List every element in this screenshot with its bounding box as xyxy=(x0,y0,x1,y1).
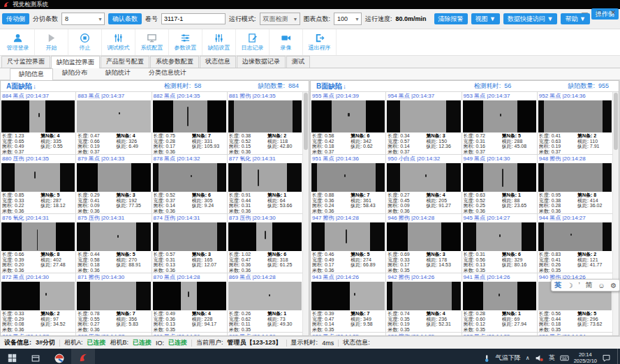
scrollbar-thumb[interactable] xyxy=(304,93,308,150)
maximize-button[interactable]: ▢ xyxy=(596,9,603,16)
defect-stats: 长度: 0.47宽度: 0.66面积: 0.19米数: 0.37第N条: 4横距… xyxy=(76,132,151,154)
clear-alarm-button[interactable]: 清除报警 xyxy=(434,13,468,24)
defect-cell[interactable]: 881 擦伤 |20:14:35长度: 0.38宽度: 0.52面积: 0.15… xyxy=(228,92,303,155)
defect-cell[interactable]: 951 黑点 |20:14:36长度: 0.88宽度: 0.36面积: 0.24… xyxy=(311,155,386,214)
parameter-settings-button[interactable]: 参数设置 xyxy=(169,29,202,55)
confirm-count-button[interactable]: 确认条数 xyxy=(108,13,142,24)
input-language-indicator[interactable]: 英 xyxy=(549,354,555,363)
defect-cell[interactable]: 875 压伤 |20:14:31长度: 0.44宽度: 0.58面积: 0.18… xyxy=(76,214,152,273)
defect-cell[interactable]: 874 压伤 |20:14:31长度: 0.57宽度: 0.31面积: 0.13… xyxy=(152,214,228,273)
panel-a-scrollbar[interactable] xyxy=(302,92,309,335)
defect-cell[interactable]: 939 黑点 |20:14:25长度: 0.48宽度: 0.37面积: 0.13… xyxy=(311,333,386,335)
tab-system-param-config[interactable]: 系统参数配置 xyxy=(150,56,199,68)
subtab-class-info-statistics[interactable]: 分类信息统计 xyxy=(140,67,195,79)
ime-punctuation-toggle[interactable]: ’ xyxy=(578,282,580,289)
defect-cell[interactable]: 882 黑点 |20:14:35长度: 0.75宽度: 0.28面积: 0.17… xyxy=(152,92,228,155)
defect-cell[interactable]: 941 黑点 |20:14:26长度: 0.28宽度: 0.60面积: 0.12… xyxy=(462,273,538,333)
defect-cell[interactable]: 948 擦伤 |20:14:28长度: 0.95宽度: 0.38面积: 0.28… xyxy=(538,155,613,214)
close-button[interactable]: ✕ xyxy=(610,9,616,16)
roll-number-input[interactable] xyxy=(161,13,226,24)
debug-mode-button[interactable]: 调试模式 xyxy=(102,29,135,55)
keyboard-icon[interactable] xyxy=(560,354,569,363)
record-video-button[interactable]: 录像 xyxy=(270,29,303,55)
defect-cell-title: 943 黑点 |20:14:26 xyxy=(311,273,385,282)
defect-cell[interactable]: 947 擦伤 |20:14:28长度: 0.46宽度: 0.49面积: 0.17… xyxy=(311,214,386,273)
defect-cell[interactable]: 938 擦伤 |20:14:25长度: 0.65宽度: 0.50面积: 0.23… xyxy=(386,333,462,335)
defect-cell[interactable]: 871 擦伤 |20:14:30长度: 0.78宽度: 0.55面积: 0.27… xyxy=(76,273,152,333)
tab-status-info[interactable]: 状态信息 xyxy=(200,56,236,68)
defect-cell[interactable]: 945 黑点 |20:14:27长度: 0.31宽度: 0.56面积: 0.13… xyxy=(462,214,538,273)
view-menu-button[interactable]: 视图 ▼ xyxy=(471,13,500,24)
panel-a-title[interactable]: A面缺陷 xyxy=(6,82,32,91)
drive-side-button[interactable]: 传动侧 xyxy=(2,13,29,24)
tab-size-monitor[interactable]: 尺寸监控界面 xyxy=(1,56,50,68)
defect-cell[interactable]: 953 黑点 |20:14:37长度: 0.72宽度: 0.31面积: 0.16… xyxy=(462,92,538,155)
system-config-button[interactable]: 系统配置 xyxy=(135,29,169,55)
taskbar-active-app[interactable] xyxy=(71,349,95,364)
weather-ticker[interactable]: 气温下降 xyxy=(496,354,521,363)
tab-product-model-config[interactable]: 产品型号配置 xyxy=(101,56,149,68)
defect-cell[interactable]: 877 氧化 |20:14:31长度: 0.91宽度: 0.44面积: 0.31… xyxy=(228,155,303,214)
defect-cell[interactable]: 870 黑点 |20:14:28长度: 0.49宽度: 0.36面积: 0.13… xyxy=(152,273,228,333)
defect-cell[interactable]: 876 氧化 |20:14:31长度: 0.66宽度: 0.39面积: 0.20… xyxy=(1,214,76,273)
defect-cell[interactable]: 868 黑点 |20:14:27长度: 0.54宽度: 0.40面积: 0.16… xyxy=(1,333,76,335)
panel-b-scrollbar[interactable] xyxy=(612,92,619,335)
taskbar-clock[interactable]: 20:142025/2/10 xyxy=(574,352,597,364)
ime-simplified-toggle[interactable]: 简 xyxy=(585,280,592,290)
defect-cell[interactable]: 943 黑点 |20:14:26长度: 0.39宽度: 0.47面积: 0.14… xyxy=(311,273,386,333)
chart-points-select[interactable]: 100▼ xyxy=(334,13,362,25)
panel-b-title[interactable]: B面缺陷 xyxy=(316,82,342,91)
defect-settings-button[interactable]: 缺陷设置 xyxy=(202,29,236,55)
start-button[interactable] xyxy=(0,349,24,364)
subtab-defect-distribution[interactable]: 缺陷分布 xyxy=(53,67,96,79)
tray-expand-icon[interactable]: ∧ xyxy=(526,355,530,361)
admin-login-button[interactable]: 管理登录 xyxy=(1,29,35,55)
action-center-icon[interactable] xyxy=(602,354,611,363)
defect-cell[interactable]: 866 黑点 |20:14:26长度: 0.61宽度: 0.34面积: 0.15… xyxy=(152,333,228,335)
defect-cell[interactable]: 937 黑点 |20:14:25长度: 0.35宽度: 0.43面积: 0.11… xyxy=(462,333,538,335)
defect-cell[interactable]: 873 压伤 |20:14:30长度: 1.02宽度: 0.47面积: 0.36… xyxy=(228,214,303,273)
data-quick-access-button[interactable]: 数据快捷访问 ▼ xyxy=(503,13,557,24)
defect-cell[interactable]: 946 擦伤 |20:14:28长度: 0.69宽度: 0.33面积: 0.17… xyxy=(386,214,462,273)
ime-night-mode-icon[interactable]: ☽ xyxy=(567,282,573,289)
tab-edge-data-record[interactable]: 边缘数据记录 xyxy=(237,56,286,68)
defect-cell[interactable]: 883 黑点 |20:14:37长度: 0.47宽度: 0.66面积: 0.19… xyxy=(76,92,152,155)
run-mode-select[interactable]: 双面检测▼ xyxy=(260,13,300,25)
defect-cell[interactable]: 872 黑点 |20:14:30长度: 0.33宽度: 0.29面积: 0.08… xyxy=(1,273,76,333)
defect-cell[interactable]: 955 黑点 |20:14:39长度: 0.58宽度: 0.42面积: 0.18… xyxy=(311,92,386,155)
ime-emoji-icon[interactable]: ☺ xyxy=(598,282,605,289)
ime-language-toggle[interactable]: 英 xyxy=(554,280,561,290)
defect-cell[interactable]: 869 黑点 |20:14:28长度: 0.26宽度: 0.62面积: 0.11… xyxy=(228,273,303,333)
defect-cell[interactable]: 865 黑点 |20:14:26长度: 0.45宽度: 0.51面积: 0.17… xyxy=(228,333,303,335)
subtab-defect-statistics[interactable]: 缺陷统计 xyxy=(96,67,140,79)
defect-cell[interactable]: 954 黑点 |20:14:37长度: 0.34宽度: 0.57面积: 0.14… xyxy=(386,92,462,155)
defect-cell[interactable]: 952 黑点 |20:14:36长度: 0.41宽度: 0.63面积: 0.19… xyxy=(538,92,613,155)
log-record-button[interactable]: 日志记录 xyxy=(236,29,270,55)
tab-defect-monitor[interactable]: 缺陷监控界面 xyxy=(51,56,100,68)
minimize-button[interactable]: — xyxy=(582,9,588,16)
slit-count-select[interactable]: 8▼ xyxy=(61,13,105,25)
defect-stats: 长度: 0.27宽度: 0.45面积: 0.09米数: 0.36第N条: 4横距… xyxy=(386,192,461,213)
defect-cell[interactable]: 880 压伤 |20:14:35长度: 0.85宽度: 0.33面积: 0.22… xyxy=(1,155,76,214)
show-desktop-strip[interactable] xyxy=(617,349,618,364)
subtab-defect-info[interactable]: 缺陷信息 xyxy=(10,68,53,80)
taskbar-app-icon[interactable] xyxy=(47,349,71,364)
ime-settings-icon[interactable]: ⚙ xyxy=(610,282,617,289)
defect-cell[interactable]: 867 压伤 |20:14:27长度: 0.37宽度: 0.48面积: 0.12… xyxy=(76,333,152,335)
defect-cell[interactable]: 879 黑点 |20:14:33长度: 0.29宽度: 0.41面积: 0.09… xyxy=(76,155,152,214)
start-button[interactable]: 开始 xyxy=(35,29,68,55)
scrollbar-thumb[interactable] xyxy=(614,93,618,150)
defect-cell[interactable]: 949 黑点 |20:14:30长度: 0.63宽度: 0.52面积: 0.25… xyxy=(462,155,538,214)
defect-cell[interactable]: 942 擦伤 |20:14:26长度: 0.74宽度: 0.35面积: 0.19… xyxy=(386,273,462,333)
defect-cell[interactable]: 950 小白点 |20:14:32长度: 0.27宽度: 0.45面积: 0.0… xyxy=(386,155,462,214)
exit-program-button[interactable]: 退出程序 xyxy=(303,29,337,55)
tab-test[interactable]: 测试 xyxy=(286,56,310,68)
defect-image xyxy=(311,163,385,192)
defect-cell[interactable]: 884 黑点 |20:14:37长度: 1.23宽度: 0.65面积: 0.49… xyxy=(1,92,76,155)
defect-cell[interactable]: 878 黑点 |20:14:32长度: 0.52宽度: 0.37面积: 0.14… xyxy=(152,155,228,214)
volume-muted-icon[interactable] xyxy=(535,354,544,363)
task-view-button[interactable] xyxy=(24,349,47,364)
defect-cell[interactable]: 944 黑点 |20:14:27长度: 0.83宽度: 0.41面积: 0.26… xyxy=(538,214,613,273)
stop-button[interactable]: 停止 xyxy=(68,29,102,55)
defect-cell[interactable]: 936 黑点 |20:14:24长度: 0.59宽度: 0.39面积: 0.16… xyxy=(538,333,613,335)
